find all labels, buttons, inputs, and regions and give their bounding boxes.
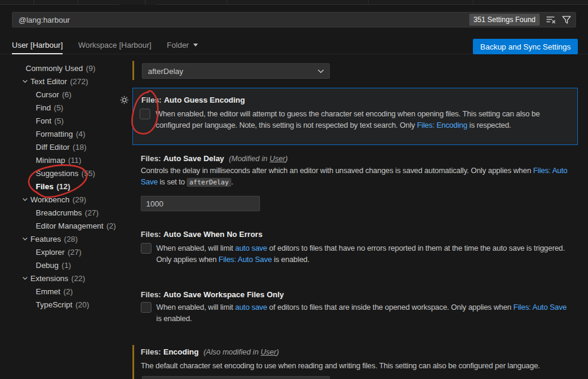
toc-item-diff-editor[interactable]: Diff Editor(18): [0, 140, 119, 153]
setting-description: When enabled, will limit auto save of ed…: [156, 301, 569, 324]
auto-save-delay-input[interactable]: [141, 196, 260, 211]
toc-item-formatting[interactable]: Formatting(4): [0, 127, 119, 140]
modified-indicator: [132, 61, 134, 80]
toc-item-count: (5): [54, 116, 64, 125]
toc-item-label: Files: [36, 182, 54, 191]
encoding-dropdown[interactable]: [142, 376, 330, 379]
tab-user[interactable]: User [Harbour]: [12, 41, 63, 53]
editor-tabstrip: [0, 0, 588, 5]
toc-item-count: (272): [70, 77, 88, 86]
toc-item-label: Cursor: [36, 90, 59, 99]
tab-divider: [145, 0, 146, 5]
modified-indicator: [132, 345, 134, 379]
text-segment: is respected.: [468, 121, 511, 130]
backup-sync-settings-button[interactable]: Backup and Sync Settings: [473, 39, 578, 54]
toc-item-label: Breadcrumbs: [36, 208, 82, 217]
toc-item-minimap[interactable]: Minimap(11): [0, 153, 119, 167]
chevron-down-icon[interactable]: [20, 276, 30, 281]
setting-title: Files:Auto Save When No Errors: [141, 230, 262, 239]
text-segment: (Also modified in: [203, 348, 261, 356]
tab-divider: [368, 0, 369, 5]
toc-item-count: (5): [54, 103, 63, 112]
toc-item-label: Extensions: [30, 274, 69, 283]
toc-item-text-editor[interactable]: Text Editor(272): [0, 75, 119, 88]
inline-setting-link[interactable]: auto save: [235, 303, 267, 312]
toc-item-files[interactable]: Files(12): [0, 180, 119, 193]
gear-icon[interactable]: [120, 95, 129, 104]
text-segment: When enabled, will limit: [156, 303, 235, 312]
auto-save-when-no-errors-checkbox[interactable]: [141, 243, 151, 254]
inline-setting-link[interactable]: auto save: [235, 244, 267, 252]
toc-item-label: Suggestions: [36, 169, 79, 178]
toc-item-label: Features: [30, 235, 61, 244]
toc-item-label: Text Editor: [30, 77, 67, 86]
toc-item-label: Commonly Used: [26, 64, 83, 73]
toc-item-count: (2): [106, 221, 116, 230]
text-segment: (Modified in: [229, 155, 270, 163]
setting-description: When enabled, will limit auto save of ed…: [156, 242, 569, 265]
auto-save-workspace-files-only-checkbox[interactable]: [141, 302, 151, 313]
text-segment: User: [261, 348, 276, 356]
filter-icon[interactable]: [560, 13, 573, 26]
toc-item-count: (18): [73, 143, 86, 152]
tab-folder[interactable]: Folder: [167, 41, 198, 53]
toc-item-count: (2): [63, 287, 73, 296]
text-segment: ): [276, 348, 278, 356]
settings-search-input[interactable]: [13, 16, 469, 24]
settings-search-box: 351 Settings Found: [12, 12, 576, 27]
chevron-down-icon[interactable]: [20, 197, 30, 202]
toc-item-count: (1): [61, 261, 71, 270]
setting-category: Files:: [141, 154, 161, 163]
setting-name: Auto Save Delay: [163, 154, 224, 163]
toc-item-font[interactable]: Font(5): [0, 114, 119, 127]
toc-item-typescript[interactable]: TypeScript(20): [0, 298, 119, 311]
text-segment: User: [270, 155, 285, 163]
toc-item-count: (28): [64, 235, 78, 244]
setting-category: Files:: [141, 347, 161, 356]
chevron-down-icon[interactable]: [20, 236, 30, 241]
toc-item-commonly-used[interactable]: Commonly Used(9): [0, 61, 119, 75]
setting-name: Encoding: [163, 347, 199, 356]
toc-item-cursor[interactable]: Cursor(6): [0, 88, 119, 101]
toc-item-breadcrumbs[interactable]: Breadcrumbs(27): [0, 206, 119, 219]
toc-item-workbench[interactable]: Workbench(29): [0, 193, 119, 206]
text-segment: .: [231, 177, 233, 186]
chevron-down-icon: [317, 68, 329, 74]
settings-header: 351 Settings Found Us: [0, 5, 588, 54]
inline-setting-link[interactable]: Files: Encoding: [417, 121, 468, 130]
setting-description: Controls the delay in milliseconds after…: [141, 165, 571, 188]
toc-item-editor-management[interactable]: Editor Management(2): [0, 219, 119, 232]
toc-item-count: (9): [86, 64, 95, 73]
inline-setting-link[interactable]: Files: Auto Save: [219, 255, 272, 264]
auto-save-dropdown[interactable]: afterDelay: [142, 63, 330, 79]
setting-name: Auto Guess Encoding: [164, 95, 245, 104]
setting-title: Files:Auto Guess Encoding: [141, 95, 245, 104]
toc-item-label: Font: [36, 116, 51, 125]
toc-item-emmet[interactable]: Emmet(2): [0, 285, 119, 298]
auto-guess-encoding-checkbox[interactable]: [140, 109, 150, 119]
modified-note: (Modified in User): [229, 155, 288, 163]
inline-setting-link[interactable]: Files: Auto Save: [513, 303, 567, 312]
modified-note: (Also modified in User): [203, 348, 278, 356]
setting-name: Auto Save Workspace Files Only: [163, 290, 284, 299]
setting-category: Files:: [141, 95, 162, 104]
toc-item-label: Workbench: [30, 195, 70, 204]
text-segment: When enabled, will limit: [156, 244, 235, 252]
setting-row-auto-guess-encoding[interactable]: Files:Auto Guess Encoding When enabled, …: [132, 88, 578, 145]
toc-item-debug[interactable]: Debug(1): [0, 258, 119, 272]
setting-title: Files:Auto Save Workspace Files Only: [141, 290, 284, 299]
toc-item-label: Explorer: [36, 248, 64, 257]
setting-description: The default character set encoding to us…: [141, 360, 576, 371]
tab-divider: [473, 0, 474, 5]
clear-filters-icon[interactable]: [544, 13, 558, 26]
tab-workspace[interactable]: Workspace [Harbour]: [78, 41, 151, 53]
toc-item-suggestions[interactable]: Suggestions(55): [0, 167, 119, 180]
toc-item-count: (22): [72, 274, 85, 283]
chevron-down-icon[interactable]: [20, 79, 30, 84]
text-segment: Controls the delay in milliseconds after…: [141, 166, 533, 175]
toc-item-extensions[interactable]: Extensions(22): [0, 272, 119, 285]
toc-item-find[interactable]: Find(5): [0, 101, 119, 114]
toc-item-features[interactable]: Features(28): [0, 232, 119, 245]
tab-workspace-label: Workspace [Harbour]: [78, 41, 151, 50]
toc-item-explorer[interactable]: Explorer(27): [0, 245, 119, 258]
